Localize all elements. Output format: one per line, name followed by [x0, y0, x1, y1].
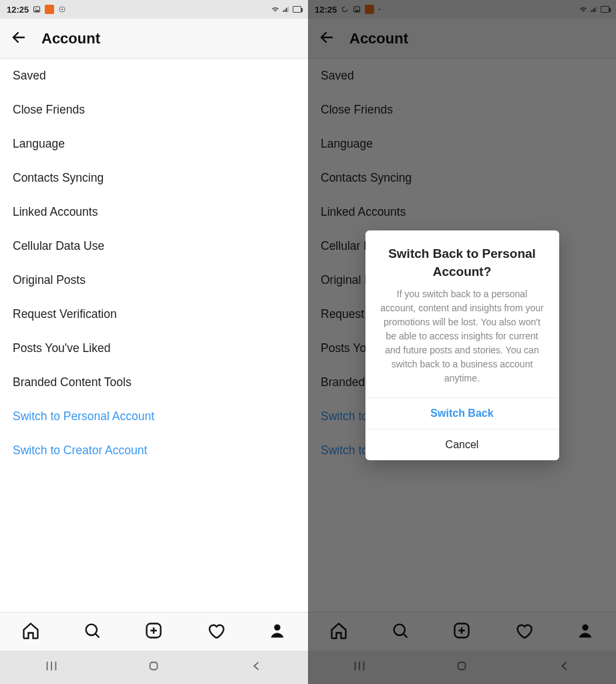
- svg-rect-7: [288, 7, 289, 13]
- add-post-icon[interactable]: [144, 621, 163, 643]
- menu-item-close-friends[interactable]: Close Friends: [0, 93, 308, 127]
- svg-rect-6: [287, 8, 288, 13]
- android-nav-bar: [0, 651, 308, 684]
- modal-scrim[interactable]: Switch Back to Personal Account? If you …: [308, 0, 616, 651]
- screen-right-dialog: 12:25 · Account SavedCl: [308, 0, 616, 684]
- modal-scrim-softkeys: [308, 651, 616, 684]
- profile-icon[interactable]: [268, 621, 287, 643]
- screen-left-account-settings: 12:25 Account SavedClose Frie: [0, 0, 308, 684]
- back-button[interactable]: [249, 659, 264, 676]
- svg-point-10: [274, 624, 280, 630]
- cancel-button[interactable]: Cancel: [365, 429, 559, 460]
- svg-rect-4: [283, 11, 285, 13]
- wifi-icon: [271, 5, 279, 13]
- dialog-message: If you switch back to a personal account…: [365, 287, 559, 397]
- home-button[interactable]: [146, 659, 161, 676]
- page-header: Account: [0, 19, 308, 59]
- switch-back-dialog: Switch Back to Personal Account? If you …: [365, 230, 559, 460]
- svg-point-1: [35, 8, 37, 9]
- app-icon-orange: [45, 5, 54, 14]
- music-icon: [58, 5, 66, 13]
- menu-item-posts-you-ve-liked[interactable]: Posts You've Liked: [0, 331, 308, 365]
- page-title: Account: [41, 30, 100, 47]
- dialog-title: Switch Back to Personal Account?: [365, 230, 559, 287]
- bottom-nav: [0, 612, 308, 651]
- menu-item-request-verification[interactable]: Request Verification: [0, 297, 308, 331]
- menu-item-saved[interactable]: Saved: [0, 59, 308, 93]
- status-bar: 12:25: [0, 0, 308, 19]
- image-icon: [33, 5, 41, 13]
- menu-item-switch-to-personal-account[interactable]: Switch to Personal Account: [0, 399, 308, 434]
- heart-icon[interactable]: [206, 621, 225, 643]
- svg-point-3: [61, 9, 63, 10]
- signal-icon: [282, 5, 290, 13]
- menu-item-language[interactable]: Language: [0, 127, 308, 161]
- svg-point-8: [86, 624, 97, 635]
- menu-item-linked-accounts[interactable]: Linked Accounts: [0, 195, 308, 229]
- menu-item-switch-to-creator-account[interactable]: Switch to Creator Account: [0, 434, 308, 468]
- recent-apps-button[interactable]: [44, 659, 59, 676]
- home-icon[interactable]: [21, 621, 40, 643]
- switch-back-button[interactable]: Switch Back: [365, 397, 559, 429]
- search-icon[interactable]: [83, 621, 102, 643]
- menu-item-contacts-syncing[interactable]: Contacts Syncing: [0, 161, 308, 195]
- menu-item-cellular-data-use[interactable]: Cellular Data Use: [0, 229, 308, 263]
- menu-item-original-posts[interactable]: Original Posts: [0, 263, 308, 297]
- menu-item-branded-content-tools[interactable]: Branded Content Tools: [0, 365, 308, 399]
- settings-list[interactable]: SavedClose FriendsLanguageContacts Synci…: [0, 59, 308, 612]
- status-time: 12:25: [7, 5, 29, 15]
- svg-rect-5: [285, 9, 286, 13]
- svg-rect-11: [150, 663, 158, 670]
- back-arrow-icon[interactable]: [11, 29, 27, 48]
- battery-icon: [293, 6, 301, 13]
